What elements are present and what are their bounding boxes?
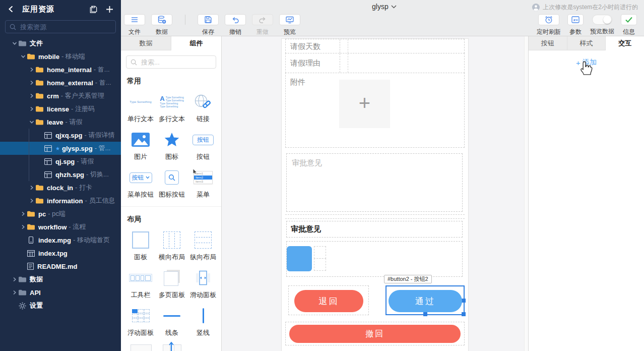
palette-item-hlayout[interactable]: 横向布局 <box>156 229 187 260</box>
chevron-down-icon[interactable] <box>29 120 36 125</box>
tree-item-leave[interactable]: leave - 请假 <box>0 115 121 129</box>
back-icon[interactable] <box>7 5 15 13</box>
resource-search-input[interactable] <box>19 23 111 31</box>
pass-button[interactable]: 通过 <box>389 290 462 312</box>
form-row-days[interactable]: 请假天数 <box>285 39 465 53</box>
palette-item-multipage[interactable]: 多页面板 <box>156 267 187 298</box>
cell[interactable] <box>314 246 326 259</box>
attachment-upload-box[interactable]: + <box>339 80 390 128</box>
collapsed-row[interactable] <box>285 214 465 219</box>
mobile-page[interactable]: 请假天数 请假理由 附件 + 审批意见 审批意见 #button2 - 按钮2 … <box>281 38 469 351</box>
toolbar-button-database[interactable]: 数据 <box>151 14 172 36</box>
palette-item-icon[interactable]: 图标 <box>156 129 187 160</box>
tab-按钮[interactable]: 按钮 <box>529 36 567 50</box>
add-resource-icon[interactable] <box>105 5 114 14</box>
tree-item-home_internal[interactable]: home_internal - 首... <box>0 63 121 76</box>
toolbar-button-toggle[interactable]: 预览数据 <box>590 14 614 36</box>
palette-item-slide[interactable]: 滑动面板 <box>187 267 219 298</box>
tree-item-api[interactable]: API <box>0 286 121 299</box>
palette-item-txt[interactable]: TXT <box>187 342 219 351</box>
tree-item-information[interactable]: information - 员工信息 <box>0 194 121 207</box>
tree-item--[interactable]: 设置 <box>0 299 121 312</box>
palette-item-menu[interactable]: Item1Item2Item3菜单 <box>187 166 219 198</box>
tab-数据[interactable]: 数据 <box>121 36 171 50</box>
chevron-right-icon[interactable] <box>29 80 36 85</box>
save-all-icon[interactable] <box>89 5 98 14</box>
tree-item-qjxq.spg[interactable]: qjxq.spg - 请假详情 <box>0 129 121 142</box>
palette-item-line[interactable]: 线条 <box>156 305 187 336</box>
palette-item-stretch-v[interactable] <box>156 342 187 351</box>
chevron-right-icon[interactable] <box>29 185 36 190</box>
resize-handle-right[interactable] <box>462 299 466 303</box>
withdraw-button[interactable]: 撤回 <box>289 325 461 343</box>
palette-item-vlayout[interactable]: 纵向布局 <box>187 229 219 260</box>
tree-item--[interactable]: 数据 <box>0 273 121 286</box>
palette-item-multi-text[interactable]: AType SomethingType SomethingType Someth… <box>156 91 187 122</box>
resize-handle-corner[interactable] <box>462 312 466 316</box>
palette-item-label: 竖线 <box>197 328 210 336</box>
chevron-down-icon[interactable] <box>12 41 19 46</box>
palette-item-single-text[interactable]: Type Something单行文本 <box>125 91 156 122</box>
tree-item-license[interactable]: license - 注册码 <box>0 102 121 115</box>
toolbar-button-menu[interactable]: 文件 <box>124 14 145 36</box>
resize-handle-bottom[interactable] <box>423 312 427 316</box>
chevron-right-icon[interactable] <box>21 211 27 216</box>
page-selector[interactable]: glysp <box>372 3 397 11</box>
preview-data-toggle[interactable] <box>592 15 612 25</box>
palette-item-link[interactable]: 链接 <box>187 91 219 122</box>
palette-item-button[interactable]: 按钮按钮 <box>187 129 219 160</box>
tree-item-home_external[interactable]: home_external - 首... <box>0 76 121 89</box>
chevron-right-icon[interactable] <box>29 67 36 72</box>
tree-item-crm[interactable]: crm - 客户关系管理 <box>0 89 121 102</box>
comment-textarea[interactable]: 审批意见 <box>286 153 463 212</box>
toolbar-button-check[interactable]: 信息 <box>621 14 637 36</box>
canvas-scrollbar[interactable] <box>524 36 528 351</box>
resource-search[interactable] <box>5 20 116 33</box>
palette-item-panel[interactable]: 面板 <box>125 229 156 260</box>
tab-样式[interactable]: 样式 <box>567 36 606 50</box>
tab-交互[interactable]: 交互 <box>606 36 644 50</box>
chevron-right-icon[interactable] <box>12 290 19 295</box>
component-search-input[interactable] <box>140 58 212 67</box>
chevron-down-icon[interactable] <box>21 54 27 59</box>
chevron-right-icon[interactable] <box>21 224 27 229</box>
tree-item-mobile[interactable]: mobile - 移动端 <box>0 50 121 63</box>
toolbar-button-redo[interactable]: 重做 <box>252 14 273 36</box>
palette-item-stretch-h[interactable] <box>125 342 156 351</box>
palette-item-image[interactable]: 图片 <box>125 129 156 160</box>
approver-row[interactable] <box>286 241 463 277</box>
tab-组件[interactable]: 组件 <box>171 36 221 50</box>
tree-item-workflow[interactable]: workflow - 流程 <box>0 220 121 233</box>
tree-item-index.mpg[interactable]: index.mpg - 移动端首页 <box>0 233 121 247</box>
form-row-reason[interactable]: 请假理由 <box>285 53 465 73</box>
toolbar-button-undo[interactable]: 撤销 <box>225 14 246 36</box>
comment-label-row[interactable]: 审批意见 <box>286 221 463 238</box>
return-button[interactable]: 退回 <box>294 290 363 312</box>
tree-item-readme.md[interactable]: README.md <box>0 260 121 273</box>
tree-item-pc[interactable]: pc - pc端 <box>0 207 121 220</box>
toolbar-button-params[interactable]: x=参数 <box>567 14 584 36</box>
palette-item-menu-button[interactable]: 按钮 菜单按钮 <box>125 166 156 198</box>
tree-item--[interactable]: 文件 <box>0 37 121 50</box>
palette-item-toolbar[interactable]: 工具栏 <box>125 267 156 298</box>
palette-item-vline[interactable]: 竖线 <box>187 305 219 336</box>
avatar-placeholder[interactable] <box>287 246 312 271</box>
chevron-right-icon[interactable] <box>12 277 19 282</box>
chevron-right-icon[interactable] <box>29 198 36 203</box>
toolbar-button-timer[interactable]: 定时刷新 <box>537 14 561 36</box>
hand-cursor-icon <box>579 60 593 76</box>
toolbar-button-preview[interactable]: 预览 <box>279 14 300 36</box>
design-canvas[interactable]: 请假天数 请假理由 附件 + 审批意见 审批意见 #button2 - 按钮2 … <box>222 36 528 351</box>
chevron-right-icon[interactable] <box>29 106 36 111</box>
tree-item-clock_in[interactable]: clock_in - 打卡 <box>0 181 121 194</box>
component-search[interactable] <box>126 55 216 69</box>
cell[interactable] <box>314 258 326 271</box>
tree-item-qj.spg[interactable]: qj.spg - 请假 <box>0 155 121 168</box>
tree-item-glysp.spg[interactable]: ★glysp.spg - 管... <box>0 142 121 155</box>
tree-item-index.tpg[interactable]: index.tpg <box>0 247 121 260</box>
toolbar-button-save[interactable]: 保存 <box>198 14 219 36</box>
palette-item-float[interactable]: 浮动面板 <box>125 305 156 336</box>
chevron-right-icon[interactable] <box>29 93 36 98</box>
tree-item-qhzh.spg[interactable]: qhzh.spg - 切换... <box>0 168 121 181</box>
palette-item-icon-button[interactable]: 图标按钮 <box>156 166 187 198</box>
